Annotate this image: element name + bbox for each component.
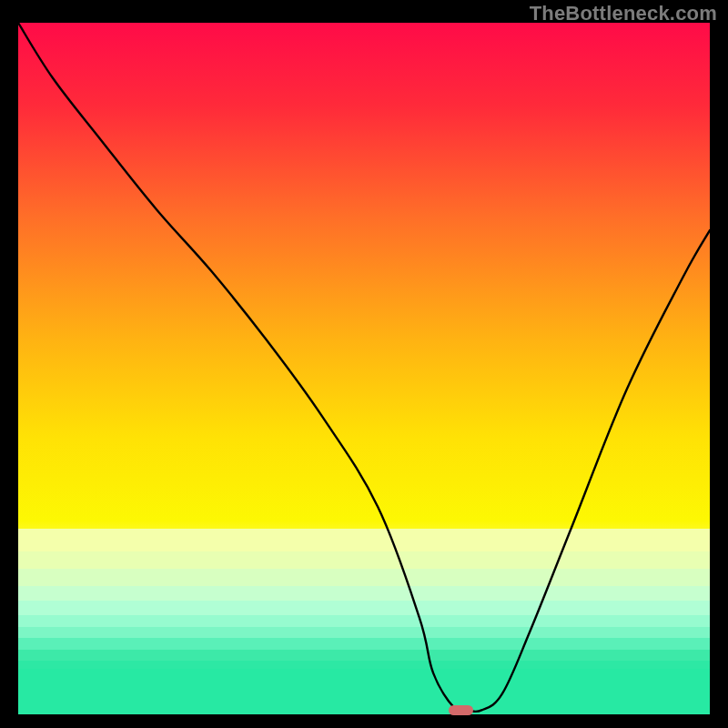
chart-frame: TheBottleneck.com [0, 0, 728, 728]
optimal-marker [449, 705, 473, 715]
watermark-text: TheBottleneck.com [530, 2, 717, 25]
plot-area [18, 23, 710, 714]
bottleneck-curve-path [18, 23, 710, 712]
curve-svg [18, 23, 710, 714]
